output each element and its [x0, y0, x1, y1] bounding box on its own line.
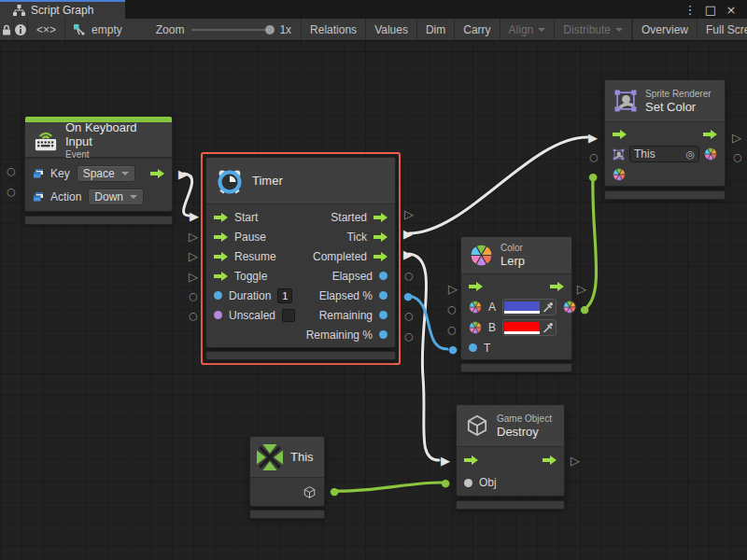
color-b-field[interactable]	[502, 319, 557, 336]
lerp-color-out-port[interactable]	[563, 301, 576, 314]
maximize-icon[interactable]: □	[702, 3, 719, 17]
color-in-port[interactable]	[613, 168, 626, 181]
unscaled-in-port[interactable]	[214, 311, 222, 319]
lerp-color-out-ext-port[interactable]: ●	[580, 304, 589, 315]
completed-out-port[interactable]	[374, 252, 388, 261]
this-out-ext-port[interactable]: ●	[330, 486, 339, 497]
node-setcolor[interactable]: Sprite Renderer Set Color This ◎	[604, 79, 726, 200]
setcolor-flow-in-port[interactable]	[613, 130, 627, 139]
timer-start-ext-port[interactable]: ▶	[190, 210, 199, 222]
destroy-flow-in-ext-port[interactable]: ▶	[441, 455, 450, 467]
lerp-flow-in-ext-port[interactable]: ▷	[448, 283, 458, 295]
this-gameobject-out-port[interactable]	[303, 485, 317, 499]
duration-input[interactable]: 1	[277, 288, 292, 303]
lerp-node-footer	[460, 363, 572, 372]
pause-in-port[interactable]	[214, 232, 228, 242]
node-on-keyboard-input[interactable]: On Keyboard Input Event Key Space	[24, 116, 173, 225]
destroy-flow-out-port[interactable]	[543, 455, 557, 465]
duration-in-port[interactable]	[214, 291, 222, 300]
keyboard-trigger-ext-port[interactable]: ▶	[178, 168, 188, 180]
wire-elapsedpct-to-lerp-t[interactable]	[409, 296, 447, 349]
keyboard-key-ext-port[interactable]: ○	[7, 166, 16, 176]
node-destroy[interactable]: Game Object Destroy Obj	[456, 404, 565, 510]
setcolor-flow-out-port[interactable]	[703, 130, 717, 139]
timer-toggle-ext-port[interactable]: ▷	[189, 271, 198, 283]
t-in-port[interactable]	[469, 343, 477, 352]
destroy-flow-in-port[interactable]	[464, 455, 478, 465]
toggle-in-port[interactable]	[214, 272, 228, 281]
timer-duration-ext-port[interactable]: ○	[189, 291, 198, 301]
eyedropper-icon[interactable]	[542, 321, 555, 334]
lock-button[interactable]	[0, 19, 14, 40]
tab-label: Script Graph	[31, 4, 93, 17]
carry-button[interactable]: Carry	[455, 19, 500, 40]
lerp-b-ext-port[interactable]: ○	[447, 325, 457, 335]
timer-remainingpct-ext-port[interactable]: ○	[404, 331, 414, 342]
color-a-field[interactable]	[502, 299, 557, 315]
timer-remaining-ext-port[interactable]: ○	[404, 311, 414, 321]
node-this[interactable]: This	[249, 436, 325, 519]
dim-button[interactable]: Dim	[417, 19, 455, 40]
setcolor-target-ext-port[interactable]: ○	[589, 152, 599, 162]
keyboard-action-ext-port[interactable]: ○	[7, 187, 16, 197]
setcolor-target-out-ext-port[interactable]: ○	[733, 152, 742, 162]
timer-pause-ext-port[interactable]: ▷	[189, 231, 198, 243]
timer-started-ext-port[interactable]: ▷	[404, 208, 414, 220]
setcolor-flow-out-ext-port[interactable]: ▷	[732, 132, 741, 144]
target-object-field[interactable]: This ◎	[629, 146, 699, 162]
remaining-pct-out-port[interactable]	[379, 330, 388, 339]
current-graph-chip[interactable]: empty	[65, 19, 130, 40]
trigger-out-port[interactable]	[150, 169, 164, 178]
start-in-port[interactable]	[214, 213, 228, 222]
timer-row-toggle-elapsed: Toggle Elapsed	[206, 266, 395, 286]
node-timer[interactable]: Timer Start Started Pause Tick	[205, 157, 396, 360]
zoom-slider-handle[interactable]	[265, 25, 275, 35]
unscaled-checkbox[interactable]	[282, 309, 295, 322]
zoom-slider[interactable]	[191, 29, 272, 31]
setcolor-flow-in-ext-port[interactable]: ▶	[588, 132, 598, 144]
eyedropper-icon[interactable]	[542, 301, 555, 314]
key-dropdown[interactable]: Space	[77, 165, 135, 182]
wire-this-to-destroy-obj[interactable]	[335, 483, 442, 491]
elapsed-out-port[interactable]	[379, 272, 388, 280]
timer-elapsedpct-ext-port[interactable]: ●	[403, 291, 413, 301]
align-dropdown[interactable]: Align	[500, 19, 556, 40]
timer-tick-ext-port[interactable]: ▶	[403, 228, 413, 240]
lerp-a-ext-port[interactable]: ○	[447, 304, 457, 315]
overview-button[interactable]: Overview	[632, 19, 698, 40]
timer-elapsed-ext-port[interactable]: ○	[404, 271, 414, 281]
lerp-t-ext-port[interactable]: ●	[448, 344, 458, 355]
lerp-flow-in-port[interactable]	[469, 282, 483, 291]
destroy-obj-ext-port[interactable]: ●	[441, 478, 450, 488]
destroy-flow-out-ext-port[interactable]: ▷	[571, 455, 580, 467]
code-view-toggle[interactable]: <×>	[28, 19, 65, 40]
node-color-lerp[interactable]: Color Lerp A	[460, 236, 572, 372]
started-out-port[interactable]	[374, 213, 388, 222]
timer-resume-ext-port[interactable]: ▷	[189, 250, 198, 262]
relations-button[interactable]: Relations	[302, 19, 366, 40]
tab-script-graph[interactable]: Script Graph	[0, 0, 125, 19]
resume-in-port[interactable]	[214, 252, 228, 261]
window-menu-icon[interactable]: ⋮	[682, 3, 698, 17]
fullscreen-button[interactable]: Full Screen	[698, 19, 747, 40]
wire-tick-to-setcolor-flow[interactable]	[409, 137, 587, 233]
distribute-dropdown[interactable]: Distribute	[555, 19, 632, 40]
info-button[interactable]	[14, 19, 28, 40]
tick-out-port[interactable]	[374, 232, 388, 242]
setcolor-color-ext-port[interactable]: ●	[588, 172, 598, 182]
lerp-a-row: A	[461, 297, 571, 317]
lerp-flow-out-ext-port[interactable]: ▷	[577, 283, 586, 295]
object-picker-icon[interactable]: ◎	[685, 148, 695, 161]
lerp-flow-out-port[interactable]	[550, 282, 564, 291]
elapsed-pct-out-port[interactable]	[379, 291, 388, 300]
close-icon[interactable]: ×	[723, 3, 740, 17]
remaining-out-port[interactable]	[379, 311, 388, 319]
timer-completed-ext-port[interactable]: ▶	[403, 248, 413, 260]
window-controls: ⋮ □ ×	[682, 0, 747, 19]
graph-canvas[interactable]: On Keyboard Input Event Key Space	[0, 41, 747, 560]
action-dropdown[interactable]: Down	[88, 189, 144, 205]
timer-unscaled-ext-port[interactable]: ○	[189, 311, 198, 321]
target-out-port[interactable]	[704, 147, 717, 161]
obj-in-port[interactable]	[464, 479, 472, 487]
values-button[interactable]: Values	[366, 19, 417, 40]
